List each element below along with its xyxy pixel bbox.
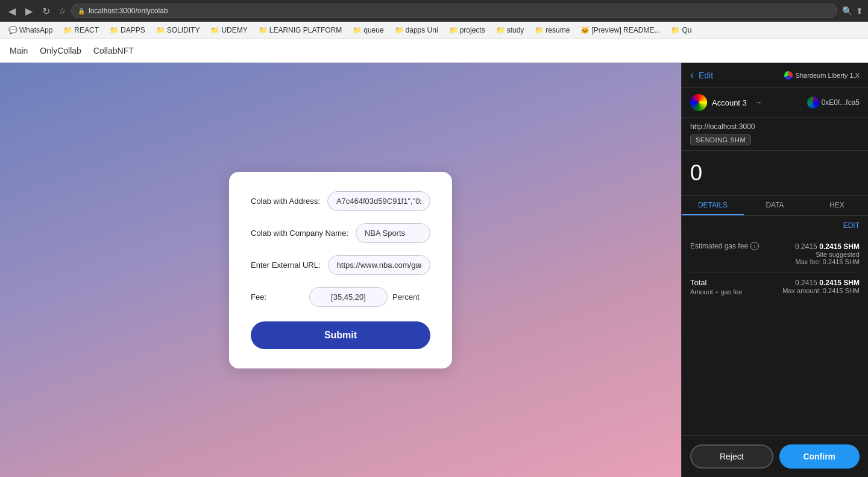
wallet-total-value-main: 0.2415 — [795, 279, 817, 287]
folder-icon: 📁 — [259, 26, 268, 34]
folder-icon: 📁 — [395, 26, 404, 34]
tab-details[interactable]: DETAILS — [682, 196, 744, 215]
wallet-actions: Reject Confirm — [682, 435, 868, 477]
bookmark-qu-label: Qu — [682, 26, 691, 34]
wallet-header: ‹ Edit Shardeum Liberty 1.X — [682, 63, 868, 88]
wallet-edit-link[interactable]: Edit — [699, 71, 713, 80]
gas-fee-value-row: 0.2415 0.2415 SHM — [795, 242, 860, 251]
bookmark-dapps-label: DAPPS — [121, 26, 145, 34]
form-card: Colab with Address: Colab with Company N… — [229, 172, 452, 368]
colab-company-input-wrapper — [356, 223, 430, 243]
nav-collabnft[interactable]: CollabNFT — [93, 46, 134, 55]
bookmark-button[interactable]: ☆ — [58, 6, 66, 16]
url-text: localhost:3000/onlycolab — [89, 7, 168, 15]
gas-fee-info-icon[interactable]: i — [750, 242, 759, 250]
browser-chrome: ◀ ▶ ↻ ☆ 🔒 localhost:3000/onlycolab 🔍 ⬆ — [0, 0, 868, 22]
bookmark-learnig[interactable]: 📁 LEARNIG PLATFORM — [255, 25, 345, 36]
bookmark-resume-label: resume — [546, 26, 570, 34]
browser-actions: 🔍 ⬆ — [842, 6, 863, 16]
wallet-address-short: 0xE0f...fca5 — [822, 98, 860, 107]
bookmark-resume[interactable]: 📁 resume — [531, 25, 573, 36]
reject-button[interactable]: Reject — [690, 444, 773, 469]
page-background: Colab with Address: Colab with Company N… — [0, 63, 681, 477]
bookmark-udemy-label: UDEMY — [221, 26, 247, 34]
external-url-label: Enter External URL: — [251, 255, 321, 271]
wallet-edit-right: EDIT — [682, 216, 868, 235]
wallet-edit-button[interactable]: EDIT — [843, 221, 860, 230]
gas-fee-value-main: 0.2415 — [795, 242, 817, 251]
folder-icon: 📁 — [110, 26, 119, 34]
bookmark-preview[interactable]: 🐱 [Preview] README... — [577, 25, 664, 36]
bookmark-qu[interactable]: 📁 Qu — [667, 25, 695, 36]
bookmark-solidity-label: SOLIDITY — [167, 26, 200, 34]
external-url-row: Enter External URL: — [251, 255, 430, 275]
forward-button[interactable]: ▶ — [22, 4, 36, 18]
bookmarks-bar: 💬 WhatsApp 📁 REACT 📁 DAPPS 📁 SOLIDITY 📁 … — [0, 22, 868, 39]
fee-suffix: Percent — [392, 292, 420, 302]
bookmark-queue[interactable]: 📁 queue — [349, 25, 387, 36]
folder-icon: 📁 — [535, 26, 544, 34]
bookmark-projects[interactable]: 📁 projects — [445, 25, 489, 36]
bookmark-react-label: REACT — [74, 26, 99, 34]
colab-company-row: Colab with Company Name: — [251, 223, 430, 243]
submit-button[interactable]: Submit — [251, 321, 430, 349]
wallet-total-max: Max amount: 0.2415 SHM — [782, 287, 860, 294]
wallet-total-value-bold: 0.2415 SHM — [819, 279, 860, 287]
fee-label: Fee: — [251, 287, 302, 303]
bookmark-projects-label: projects — [460, 26, 485, 34]
folder-icon: 📁 — [671, 26, 680, 34]
confirm-button[interactable]: Confirm — [779, 444, 860, 469]
fee-row: Fee: Percent — [251, 287, 430, 307]
folder-icon: 📁 — [156, 26, 165, 34]
lock-icon: 🔒 — [78, 8, 85, 14]
wallet-details: Estimated gas fee i 0.2415 0.2415 SHM Si… — [682, 235, 868, 435]
bookmark-udemy[interactable]: 📁 UDEMY — [207, 25, 251, 36]
colab-address-row: Colab with Address: — [251, 191, 430, 211]
nav-onlycollab[interactable]: OnlyCollab — [40, 46, 81, 55]
wallet-network-label: Shardeum Liberty 1.X — [796, 72, 860, 79]
folder-icon: 📁 — [63, 26, 72, 34]
fee-input-row: Percent — [309, 287, 420, 307]
wallet-total-row: Total Amount + gas fee 0.2415 0.2415 SHM… — [690, 278, 860, 295]
wallet-total-label: Total — [690, 278, 743, 287]
wallet-total-max-value: 0.2415 SHM — [823, 287, 860, 294]
wallet-total-left: Total Amount + gas fee — [690, 278, 743, 295]
wallet-address-avatar — [807, 96, 819, 109]
bookmark-dapps[interactable]: 📁 DAPPS — [106, 25, 149, 36]
zoom-button[interactable]: 🔍 — [842, 6, 852, 16]
colab-company-input[interactable] — [356, 223, 430, 243]
wallet-avatar — [690, 94, 707, 111]
refresh-button[interactable]: ↻ — [39, 4, 54, 18]
bookmark-react[interactable]: 📁 REACT — [60, 25, 102, 36]
gas-fee-value-bold: 0.2415 SHM — [819, 242, 860, 251]
bookmark-dapps-uni[interactable]: 📁 dapps Uni — [391, 25, 442, 36]
tab-data[interactable]: DATA — [744, 196, 806, 215]
fee-input[interactable] — [309, 287, 388, 307]
gas-fee-max: Max fee: 0.2415 SHM — [795, 258, 860, 265]
share-button[interactable]: ⬆ — [856, 6, 863, 16]
wallet-amount-value: 0 — [690, 160, 860, 186]
wallet-back-button[interactable]: ‹ — [690, 69, 694, 81]
back-button[interactable]: ◀ — [5, 4, 19, 18]
external-url-input-wrapper — [328, 255, 430, 275]
wallet-sending-badge: SENDING SHM — [690, 134, 751, 145]
folder-icon: 📁 — [449, 26, 458, 34]
tab-hex[interactable]: HEX — [806, 196, 868, 215]
bookmark-queue-label: queue — [363, 26, 383, 34]
bookmark-whatsapp[interactable]: 💬 WhatsApp — [5, 25, 56, 36]
external-url-input[interactable] — [328, 255, 430, 275]
nav-main[interactable]: Main — [10, 46, 28, 55]
wallet-account-row: Account 3 → 0xE0f...fca5 — [682, 88, 868, 118]
wallet-divider — [690, 273, 860, 273]
bookmark-solidity[interactable]: 📁 SOLIDITY — [153, 25, 204, 36]
wallet-site-url: http://localhost:3000 — [690, 122, 860, 131]
folder-icon: 📁 — [496, 26, 505, 34]
bookmark-study[interactable]: 📁 study — [492, 25, 528, 36]
gas-fee-values: 0.2415 0.2415 SHM Site suggested Max fee… — [795, 242, 860, 265]
bookmark-learnig-label: LEARNIG PLATFORM — [269, 26, 342, 34]
wallet-total-values: 0.2415 0.2415 SHM Max amount: 0.2415 SHM — [782, 278, 860, 294]
wallet-account-arrow[interactable]: → — [754, 98, 763, 107]
colab-address-input[interactable] — [327, 191, 430, 211]
wallet-total-value-row: 0.2415 0.2415 SHM — [782, 278, 860, 287]
address-bar[interactable]: 🔒 localhost:3000/onlycolab — [71, 4, 837, 18]
